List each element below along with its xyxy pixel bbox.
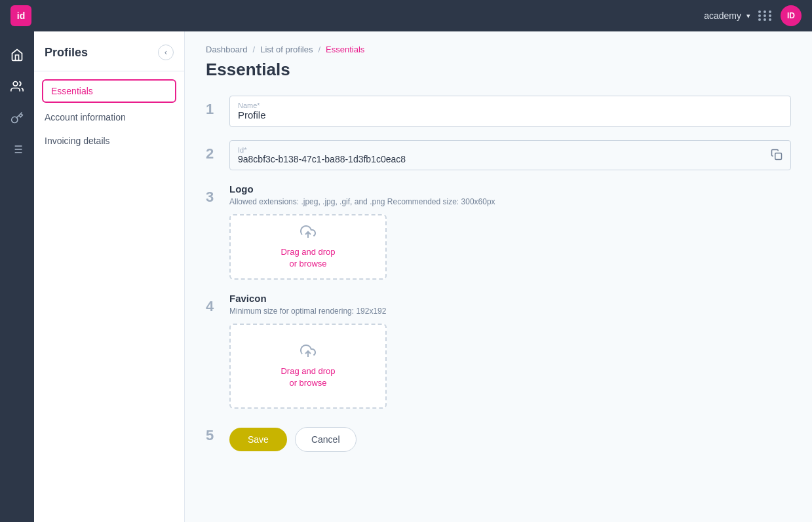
top-navigation: id academy ID	[0, 0, 812, 31]
breadcrumb-list-of-profiles[interactable]: List of profiles	[260, 45, 313, 54]
copy-id-button[interactable]	[771, 149, 783, 162]
step-1-number: 1	[206, 101, 219, 118]
step-3-number: 3	[206, 189, 219, 206]
breadcrumb: Dashboard / List of profiles / Essential…	[206, 45, 791, 54]
form-buttons: Save Cancel	[229, 427, 357, 452]
avatar[interactable]: ID	[781, 5, 802, 26]
logo-hint: Allowed extensions: .jpeg, .jpg, .gif, a…	[229, 197, 791, 206]
step-4-row: 4 Favicon Minimum size for optimal rende…	[206, 293, 791, 409]
svg-point-0	[13, 82, 18, 86]
id-label: Id*	[238, 146, 406, 154]
favicon-upload-icon	[300, 343, 316, 362]
sidebar-item-invoicing-details[interactable]: Invoicing details	[34, 129, 184, 153]
id-input-wrapper: Id* 9a8cbf3c-b138-47c1-ba88-1d3fb1c0eac8	[229, 140, 791, 170]
sidebar-icon-profiles[interactable]	[4, 73, 30, 100]
app-logo: id	[10, 5, 31, 26]
cancel-button[interactable]: Cancel	[295, 427, 357, 452]
save-button[interactable]: Save	[229, 428, 287, 451]
logo-title: Logo	[229, 183, 791, 195]
step-3-row: 3 Logo Allowed extensions: .jpeg, .jpg, …	[206, 183, 791, 280]
collapse-sidebar-button[interactable]: ‹	[158, 45, 174, 60]
main-content: Dashboard / List of profiles / Essential…	[185, 31, 812, 522]
account-menu-button[interactable]: academy	[704, 10, 750, 21]
name-field: Name*	[229, 96, 791, 127]
sidebar-item-essentials[interactable]: Essentials	[42, 79, 176, 103]
step-5-row: 5 Save Cancel	[206, 422, 791, 452]
favicon-title: Favicon	[229, 293, 791, 304]
logo-upload-text: Drag and drop or browse	[280, 246, 335, 270]
icon-sidebar	[0, 31, 34, 522]
step-4-number: 4	[206, 298, 219, 315]
topnav-left: id	[10, 5, 31, 26]
sidebar-icon-list[interactable]	[4, 136, 30, 162]
name-input[interactable]	[238, 109, 783, 121]
page-title: Essentials	[206, 60, 791, 80]
topnav-right: academy ID	[704, 5, 802, 26]
step-5-number: 5	[206, 427, 219, 444]
name-input-wrapper: Name*	[229, 96, 791, 127]
logo-section: Logo Allowed extensions: .jpeg, .jpg, .g…	[229, 183, 791, 280]
name-label: Name*	[238, 102, 783, 109]
id-value: 9a8cbf3c-b138-47c1-ba88-1d3fb1c0eac8	[238, 154, 406, 164]
breadcrumb-dashboard[interactable]: Dashboard	[206, 45, 248, 54]
sidebar-item-account-information[interactable]: Account information	[34, 105, 184, 129]
logo-upload-icon	[300, 224, 316, 242]
apps-grid-icon[interactable]	[758, 10, 773, 21]
favicon-upload-text: Drag and drop or browse	[280, 365, 335, 389]
logo-upload-area[interactable]: Drag and drop or browse	[229, 214, 387, 280]
step-2-number: 2	[206, 145, 219, 162]
id-field: Id* 9a8cbf3c-b138-47c1-ba88-1d3fb1c0eac8	[229, 140, 791, 170]
sidebar-title: Profiles	[45, 46, 88, 60]
sidebar-header: Profiles ‹	[34, 31, 184, 71]
sidebar-nav: Essentials Account information Invoicing…	[34, 71, 184, 158]
breadcrumb-current: Essentials	[326, 45, 364, 54]
step-2-row: 2 Id* 9a8cbf3c-b138-47c1-ba88-1d3fb1c0ea…	[206, 140, 791, 170]
favicon-section: Favicon Minimum size for optimal renderi…	[229, 293, 791, 409]
sidebar-icon-keys[interactable]	[4, 105, 30, 131]
svg-rect-7	[775, 153, 782, 159]
left-sidebar: Profiles ‹ Essentials Account informatio…	[34, 31, 185, 522]
favicon-hint: Minimum size for optimal rendering: 192x…	[229, 307, 791, 316]
favicon-upload-area[interactable]: Drag and drop or browse	[229, 324, 387, 409]
step-1-row: 1 Name*	[206, 96, 791, 127]
sidebar-icon-home[interactable]	[4, 42, 30, 68]
